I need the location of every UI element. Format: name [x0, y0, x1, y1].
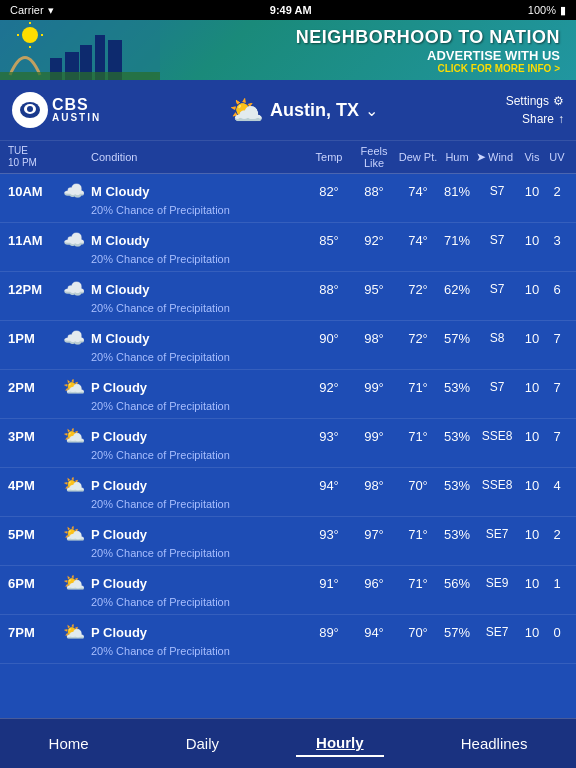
- row-condition: M Cloudy: [91, 282, 308, 297]
- nav-label: Hourly: [316, 734, 364, 751]
- status-bar: Carrier ▾ 9:49 AM 100% ▮: [0, 0, 576, 20]
- weather-row: 11AM ☁️ M Cloudy 85° 92° 74° 71% S7 10 3…: [0, 223, 576, 272]
- nav-label: Daily: [186, 735, 219, 752]
- wifi-icon: ▾: [48, 4, 54, 17]
- nav-item-headlines[interactable]: Headlines: [441, 731, 548, 756]
- weather-condition-icon: ☁️: [63, 229, 91, 251]
- battery-label: 100%: [528, 4, 556, 16]
- share-row[interactable]: Share ↑: [522, 112, 564, 126]
- row-uv: 7: [546, 331, 568, 346]
- row-humidity: 57%: [438, 625, 476, 640]
- weather-row: 2PM ⛅ P Cloudy 92° 99° 71° 53% S7 10 7 2…: [0, 370, 576, 419]
- row-visibility: 10: [518, 331, 546, 346]
- row-temp: 88°: [308, 282, 350, 297]
- cbs-label: CBS: [52, 97, 101, 113]
- ad-banner[interactable]: NEIGHBORHOOD TO NATION ADVERTISE WITH US…: [0, 20, 576, 80]
- row-condition: M Cloudy: [91, 331, 308, 346]
- row-uv: 2: [546, 527, 568, 542]
- weather-condition-icon: ⛅: [63, 621, 91, 643]
- cbs-text: CBS AUSTIN: [52, 97, 101, 123]
- row-dew: 71°: [398, 429, 438, 444]
- bottom-nav: HomeDailyHourlyHeadlines: [0, 718, 576, 768]
- row-uv: 2: [546, 184, 568, 199]
- location-block[interactable]: ⛅ Austin, TX ⌄: [229, 94, 378, 127]
- row-dew: 71°: [398, 527, 438, 542]
- row-humidity: 53%: [438, 478, 476, 493]
- row-visibility: 10: [518, 429, 546, 444]
- row-wind: SE7: [476, 527, 518, 541]
- row-wind: SE7: [476, 625, 518, 639]
- row-feels: 98°: [350, 331, 398, 346]
- row-dew: 72°: [398, 282, 438, 297]
- weather-sun-icon: ⛅: [229, 94, 264, 127]
- weather-condition-icon: ⛅: [63, 425, 91, 447]
- nav-label: Headlines: [461, 735, 528, 752]
- row-wind: S8: [476, 331, 518, 345]
- svg-rect-12: [0, 72, 160, 80]
- row-temp: 94°: [308, 478, 350, 493]
- settings-icon: ⚙: [553, 94, 564, 108]
- chevron-down-icon[interactable]: ⌄: [365, 101, 378, 120]
- svg-point-16: [27, 106, 33, 112]
- row-time: 12PM: [8, 282, 63, 297]
- weather-condition-icon: ⛅: [63, 572, 91, 594]
- weather-row: 10AM ☁️ M Cloudy 82° 88° 74° 81% S7 10 2…: [0, 174, 576, 223]
- col-header-hum: Hum: [438, 151, 476, 163]
- row-precipitation: 20% Chance of Precipitation: [8, 302, 568, 314]
- row-visibility: 10: [518, 380, 546, 395]
- svg-point-2: [22, 27, 38, 43]
- row-condition: P Cloudy: [91, 576, 308, 591]
- nav-label: Home: [49, 735, 89, 752]
- row-humidity: 53%: [438, 380, 476, 395]
- settings-label: Settings: [506, 94, 549, 108]
- weather-condition-icon: ⛅: [63, 523, 91, 545]
- row-wind: SE9: [476, 576, 518, 590]
- row-humidity: 53%: [438, 527, 476, 542]
- row-feels: 98°: [350, 478, 398, 493]
- row-dew: 70°: [398, 478, 438, 493]
- col-header-feels: Feels Like: [350, 145, 398, 169]
- row-time: 6PM: [8, 576, 63, 591]
- row-dew: 70°: [398, 625, 438, 640]
- row-feels: 97°: [350, 527, 398, 542]
- row-wind: S7: [476, 233, 518, 247]
- row-humidity: 57%: [438, 331, 476, 346]
- row-temp: 92°: [308, 380, 350, 395]
- nav-item-hourly[interactable]: Hourly: [296, 730, 384, 757]
- status-left: Carrier ▾: [10, 4, 54, 17]
- weather-row: 5PM ⛅ P Cloudy 93° 97° 71° 53% SE7 10 2 …: [0, 517, 576, 566]
- ad-title: NEIGHBORHOOD TO NATION: [296, 27, 560, 48]
- ad-subtitle: ADVERTISE WITH US: [296, 48, 560, 63]
- row-uv: 7: [546, 429, 568, 444]
- row-time: 3PM: [8, 429, 63, 444]
- row-dew: 74°: [398, 184, 438, 199]
- battery-icon: ▮: [560, 4, 566, 17]
- row-feels: 94°: [350, 625, 398, 640]
- row-feels: 99°: [350, 380, 398, 395]
- row-precipitation: 20% Chance of Precipitation: [8, 204, 568, 216]
- row-precipitation: 20% Chance of Precipitation: [8, 547, 568, 559]
- row-temp: 93°: [308, 527, 350, 542]
- row-precipitation: 20% Chance of Precipitation: [8, 498, 568, 510]
- header: CBS AUSTIN ⛅ Austin, TX ⌄ Settings ⚙ Sha…: [0, 80, 576, 140]
- row-temp: 91°: [308, 576, 350, 591]
- cbs-eye-icon: [12, 92, 48, 128]
- col-header-uv: UV: [546, 151, 568, 163]
- row-temp: 82°: [308, 184, 350, 199]
- nav-item-daily[interactable]: Daily: [166, 731, 239, 756]
- row-time: 2PM: [8, 380, 63, 395]
- row-visibility: 10: [518, 282, 546, 297]
- row-wind: S7: [476, 184, 518, 198]
- col-header-condition: Condition: [91, 151, 308, 163]
- weather-row: 7PM ⛅ P Cloudy 89° 94° 70° 57% SE7 10 0 …: [0, 615, 576, 664]
- austin-label: AUSTIN: [52, 113, 101, 123]
- wind-arrow-icon: ➤: [476, 150, 486, 164]
- row-precipitation: 20% Chance of Precipitation: [8, 596, 568, 608]
- row-time: 11AM: [8, 233, 63, 248]
- row-condition: M Cloudy: [91, 184, 308, 199]
- row-condition: P Cloudy: [91, 527, 308, 542]
- row-feels: 99°: [350, 429, 398, 444]
- settings-row[interactable]: Settings ⚙: [506, 94, 564, 108]
- nav-item-home[interactable]: Home: [29, 731, 109, 756]
- row-wind: SSE8: [476, 478, 518, 492]
